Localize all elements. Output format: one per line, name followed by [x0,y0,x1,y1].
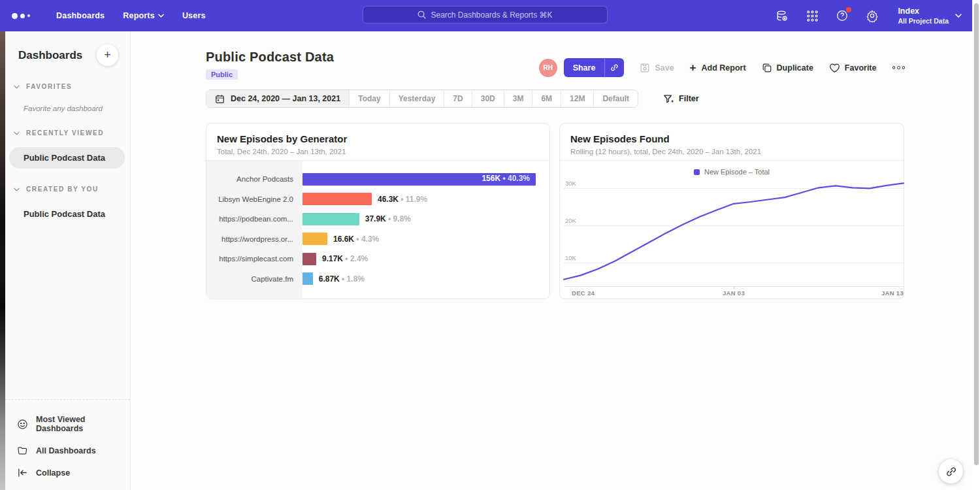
help-icon[interactable] [835,8,849,23]
favorite-label: Favorite [845,63,877,73]
date-preset-30d[interactable]: 30D [472,90,504,107]
nav-item-label: Users [182,11,206,20]
date-range-picker[interactable]: Dec 24, 2020 — Jan 13, 2021 [206,90,349,107]
project-switcher[interactable]: Index All Project Data [898,7,962,25]
navbar-right-cluster: Index All Project Data [775,0,962,31]
favorite-button[interactable]: Favorite [829,63,877,73]
floating-link-button[interactable] [939,459,963,483]
bar-category-label: https://simplecast.com [206,255,302,263]
date-preset-12m[interactable]: 12M [561,90,593,107]
chart-legend: New Episode – Total [560,168,904,176]
mixpanel-logo-icon[interactable] [12,13,38,19]
add-dashboard-button[interactable]: + [97,44,118,66]
sidebar-item-public-podcast-data[interactable]: Public Podcast Data [9,203,125,225]
line-series-new-episode-total[interactable] [564,176,904,286]
chevron-down-icon [14,85,20,89]
most-viewed-dashboards-button[interactable]: Most Viewed Dashboards [5,409,130,439]
main-content: Public Podcast Data Public RH Share Save… [131,31,972,490]
avatar[interactable]: RH [539,59,557,77]
card-new-episodes-found[interactable]: New Episodes Found Rolling (12 hours), t… [559,123,904,299]
save-icon [640,63,650,73]
settings-gear-icon[interactable] [865,8,879,23]
global-search-input[interactable]: Search Dashboards & Reports ⌘K [363,6,608,24]
section-header-created-by-you[interactable]: CREATED BY YOU [5,186,130,193]
bar-row[interactable]: Libsyn WebEngine 2.046.3K • 11.9% [206,189,549,210]
nav-item-label: Dashboards [56,11,105,20]
apps-grid-icon[interactable] [805,8,819,23]
bar-row[interactable]: https://simplecast.com9.17K • 2.4% [206,249,549,269]
plus-icon: + [690,62,696,73]
share-label: Share [564,58,605,77]
favorites-empty-hint: Favorite any dashboard [5,105,130,112]
date-preset-default[interactable]: Default [593,90,638,107]
filter-button[interactable]: Filter [663,94,699,104]
card-new-episodes-by-generator[interactable]: New Episodes by Generator Total, Dec 24t… [206,123,550,299]
page-scrollbar[interactable] [972,0,980,490]
chart-title: New Episodes by Generator [217,133,539,144]
search-placeholder: Search Dashboards & Reports ⌘K [431,10,552,20]
sidebar-footer: Most Viewed Dashboards All Dashboards Co… [5,399,130,490]
scrollbar-thumb[interactable] [974,3,979,465]
bar-category-label: Anchor Podcasts [206,175,302,183]
date-toolbar: Dec 24, 2020 — Jan 13, 2021 TodayYesterd… [206,90,699,108]
footer-label: Most Viewed Dashboards [36,415,130,433]
dashboard-actions: RH Share Save + Add Report Duplicate Fav… [539,58,905,77]
chart-subtitle: Rolling (12 hours), total, Dec 24th, 202… [570,148,893,155]
add-report-label: Add Report [702,63,746,73]
bar[interactable] [302,193,372,205]
bar-row[interactable]: https://wordpress.or...16.6K • 4.3% [206,229,549,250]
bar[interactable]: 156K • 40.3% [302,173,536,186]
share-button[interactable]: Share [564,58,625,77]
date-preset-today[interactable]: Today [349,90,389,107]
x-tick-label: JAN 13 [881,289,904,297]
share-link-icon[interactable] [604,58,624,77]
section-header-recently-viewed[interactable]: RECENTLY VIEWED [5,129,130,137]
date-preset-6m[interactable]: 6M [532,90,561,107]
card-header: New Episodes by Generator Total, Dec 24t… [206,123,549,161]
collapse-sidebar-button[interactable]: Collapse [5,462,130,483]
bar-value-label: 37.9K • 9.8% [365,214,411,223]
filter-funnel-icon [663,94,674,104]
bar-chart: Anchor Podcasts156K • 40.3%Libsyn WebEng… [206,161,549,299]
project-name: Index [898,7,949,17]
smiley-icon [17,419,28,430]
duplicate-button[interactable]: Duplicate [762,63,813,73]
legend-swatch [694,169,700,175]
bar[interactable] [302,213,359,225]
all-dashboards-button[interactable]: All Dashboards [5,439,130,462]
duplicate-icon [762,63,772,73]
calendar-icon [215,94,225,104]
footer-label: All Dashboards [36,446,96,455]
bar-value-label: 16.6K • 4.3% [333,235,379,244]
bar-value-label: 9.17K • 2.4% [322,254,368,263]
bar[interactable] [302,233,327,245]
more-options-button[interactable] [892,63,906,72]
save-label: Save [655,63,674,73]
nav-item-users[interactable]: Users [182,11,206,20]
legend-label: New Episode – Total [704,168,770,176]
bar-row[interactable]: https://podbean.com...37.9K • 9.8% [206,209,549,229]
add-report-button[interactable]: + Add Report [690,62,746,73]
date-preset-3m[interactable]: 3M [504,90,532,107]
date-preset-yesterday[interactable]: Yesterday [389,90,444,107]
footer-label: Collapse [36,468,70,478]
bar[interactable] [302,253,316,265]
filter-label: Filter [679,94,699,103]
data-management-icon[interactable] [775,8,789,23]
search-icon [417,10,426,19]
date-preset-7d[interactable]: 7D [444,90,471,107]
chevron-down-icon [955,14,962,18]
nav-item-dashboards[interactable]: Dashboards [56,11,105,20]
bar-row[interactable]: Captivate.fm6.87K • 1.8% [206,269,549,289]
public-badge: Public [206,69,238,80]
sidebar-item-public-podcast-data[interactable]: Public Podcast Data [9,147,125,169]
bar-row[interactable]: Anchor Podcasts156K • 40.3% [206,169,549,189]
duplicate-label: Duplicate [777,63,813,73]
bar[interactable] [302,272,313,285]
section-header-favorites[interactable]: FAVORITES [5,83,130,90]
line-chart-plot: 10K20K30K [564,176,904,286]
section-label: RECENTLY VIEWED [26,129,104,137]
chevron-down-icon [158,14,164,18]
save-button[interactable]: Save [640,63,674,73]
nav-item-reports[interactable]: Reports [123,11,164,20]
